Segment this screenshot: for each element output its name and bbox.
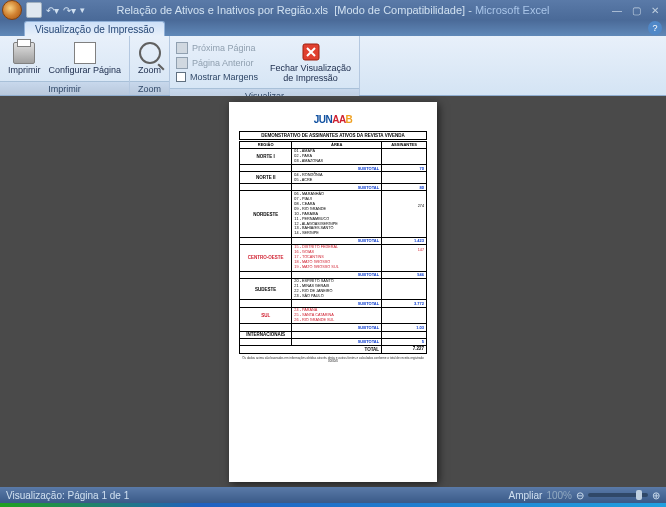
- quick-access-toolbar: ↶▾ ↷▾ ▾: [26, 2, 85, 18]
- status-page-info: Visualização: Página 1 de 1: [6, 490, 129, 501]
- zoom-icon: [139, 42, 161, 64]
- close-button[interactable]: ✕: [648, 5, 662, 16]
- table-row: NORTE II04 - RONDÔNIA 05 - ACRE: [240, 172, 427, 184]
- next-page-icon: [176, 42, 188, 54]
- zoom-out-button[interactable]: ⊖: [576, 490, 584, 501]
- report-title: DEMONSTRATIVO DE ASSINANTES ATIVOS DA RE…: [239, 131, 427, 140]
- subtotal-row: SUBTOTAL1.03: [240, 324, 427, 331]
- ribbon-tab-strip: Visualização de Impressão ?: [0, 20, 666, 36]
- taskbar-strip: [0, 503, 666, 507]
- close-preview-button[interactable]: Fechar Visualização de Impressão: [266, 38, 355, 86]
- zoom-value: 100%: [546, 490, 572, 501]
- show-margins-checkbox[interactable]: Mostrar Margens: [174, 71, 260, 83]
- ribbon-group-label: Imprimir: [0, 81, 129, 95]
- prev-page-button: Página Anterior: [174, 56, 260, 70]
- zoom-label: Ampliar: [509, 490, 543, 501]
- report-logo: JUNAAB: [239, 114, 427, 125]
- zoom-in-button[interactable]: ⊕: [652, 490, 660, 501]
- subtotal-row: SUBTOTAL546: [240, 271, 427, 278]
- help-icon[interactable]: ?: [648, 21, 662, 35]
- zoom-button[interactable]: Zoom: [134, 40, 165, 78]
- page-setup-button[interactable]: Configurar Página: [45, 40, 126, 78]
- table-row: CENTRO-OESTE15 - DISTRITO FEDERAL 16 - G…: [240, 244, 427, 271]
- table-row: NORTE I01 - AMAPÁ 02 - PARÁ 03 - AMAZONA…: [240, 148, 427, 165]
- report-footnote: Os dados acima são baseados em informaçõ…: [239, 357, 427, 364]
- zoom-control: Ampliar 100% ⊖ ⊕: [509, 490, 660, 501]
- window-controls: — ▢ ✕: [609, 5, 662, 16]
- qat-redo-icon[interactable]: ↷▾: [63, 5, 76, 16]
- ribbon-group-print: Imprimir Configurar Página Imprimir: [0, 36, 130, 95]
- office-button[interactable]: [2, 0, 22, 20]
- printer-icon: [13, 42, 35, 64]
- qat-save-icon[interactable]: [26, 2, 42, 18]
- subtotal-row: SUBTOTAL3.772: [240, 300, 427, 307]
- zoom-slider[interactable]: [588, 493, 648, 497]
- col-area: ÁREA: [292, 141, 382, 148]
- restore-button[interactable]: ▢: [629, 5, 644, 16]
- ribbon: Imprimir Configurar Página Imprimir Zoom…: [0, 36, 666, 96]
- title-bar: ↶▾ ↷▾ ▾ Relação de Ativos e Inativos por…: [0, 0, 666, 20]
- table-row: SUDESTE20 - ESPÍRITO SANTO 21 - MINAS GE…: [240, 278, 427, 300]
- subtotal-row: SUBTOTAL70: [240, 165, 427, 172]
- preview-page: JUNAAB DEMONSTRATIVO DE ASSINANTES ATIVO…: [229, 102, 437, 482]
- subtotal-row: SUBTOTAL80: [240, 184, 427, 191]
- window-title: Relação de Ativos e Inativos por Região.…: [117, 4, 550, 16]
- ribbon-group-zoom: Zoom Zoom: [130, 36, 170, 95]
- print-button[interactable]: Imprimir: [4, 40, 45, 78]
- next-page-button: Próxima Página: [174, 41, 260, 55]
- qat-more-icon[interactable]: ▾: [80, 5, 85, 15]
- minimize-button[interactable]: —: [609, 5, 625, 16]
- ribbon-group-view: Próxima Página Página Anterior Mostrar M…: [170, 36, 360, 95]
- table-row: NORDESTE06 - MARANHÃO 07 - PIAUÍ 08 - CE…: [240, 191, 427, 237]
- print-preview-area[interactable]: JUNAAB DEMONSTRATIVO DE ASSINANTES ATIVO…: [0, 96, 666, 487]
- col-ass: ASSINANTES: [382, 141, 427, 148]
- subtotal-row: SUBTOTAL5: [240, 338, 427, 345]
- col-region: REGIÃO: [240, 141, 292, 148]
- report-table: REGIÃO ÁREA ASSINANTES NORTE I01 - AMAPÁ…: [239, 141, 427, 354]
- page-icon: [74, 42, 96, 64]
- total-row: TOTAL7.227: [240, 345, 427, 353]
- subtotal-row: SUBTOTAL1.423: [240, 237, 427, 244]
- table-row: SUL24 - PARANÁ 25 - SANTA CATARINA 26 - …: [240, 307, 427, 324]
- status-bar: Visualização: Página 1 de 1 Ampliar 100%…: [0, 487, 666, 503]
- tab-print-preview[interactable]: Visualização de Impressão: [24, 21, 165, 36]
- table-row: INTERNACIONAIS: [240, 331, 427, 338]
- ribbon-group-label: Zoom: [130, 81, 169, 95]
- qat-undo-icon[interactable]: ↶▾: [46, 5, 59, 16]
- checkbox-icon: [176, 72, 186, 82]
- close-preview-icon: [299, 40, 323, 64]
- prev-page-icon: [176, 57, 188, 69]
